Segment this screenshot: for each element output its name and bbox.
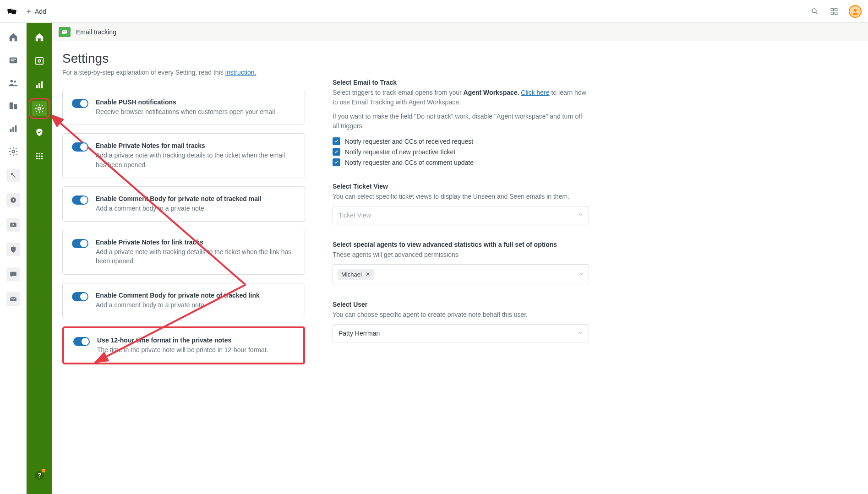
svg-point-35 xyxy=(36,155,38,157)
search-button[interactable] xyxy=(810,7,819,16)
toggle-link-notes[interactable] xyxy=(72,239,88,248)
toggle-12hour[interactable] xyxy=(73,337,90,346)
svg-line-3 xyxy=(816,12,818,14)
nav-stats[interactable] xyxy=(32,77,47,92)
svg-rect-11 xyxy=(11,60,14,61)
section-title: Select User xyxy=(333,301,589,308)
eye-frame-icon xyxy=(34,56,44,66)
card-desc: Add a comment body to a private note. xyxy=(96,204,295,213)
svg-point-19 xyxy=(12,150,15,153)
nav-security[interactable] xyxy=(32,125,47,140)
instruction-link[interactable]: instruction. xyxy=(225,69,257,76)
svg-text:?: ? xyxy=(38,472,42,479)
inbox-icon xyxy=(8,55,18,65)
grid-dots-icon xyxy=(34,151,44,161)
svg-point-36 xyxy=(38,155,40,157)
gear-icon xyxy=(8,147,18,157)
svg-rect-16 xyxy=(10,129,11,132)
nav-home[interactable] xyxy=(32,29,47,45)
svg-rect-25 xyxy=(10,297,16,301)
section-agents: Select special agents to view advanced s… xyxy=(333,241,589,284)
nav-help[interactable]: ? xyxy=(32,467,47,483)
svg-rect-26 xyxy=(36,58,44,65)
card-title: Enable Comment Body for private note of … xyxy=(96,292,295,299)
plus-icon xyxy=(26,8,32,15)
apps-button[interactable] xyxy=(830,7,839,16)
svg-line-21 xyxy=(13,175,15,177)
toggle-push[interactable] xyxy=(72,99,88,108)
chip-remove[interactable]: ✕ xyxy=(366,271,370,277)
rail-admin[interactable] xyxy=(7,146,19,157)
check-label: Notify requester and CCs of received req… xyxy=(345,138,473,145)
nav-preview[interactable] xyxy=(32,53,47,69)
rail-reports[interactable] xyxy=(7,123,19,135)
rail-chat[interactable] xyxy=(6,267,20,281)
brand-logo xyxy=(6,6,17,17)
subtitle-text: For a step-by-step explanation of every … xyxy=(62,69,225,76)
svg-rect-29 xyxy=(38,83,40,88)
toggle-link-comment[interactable] xyxy=(72,292,88,301)
svg-point-44 xyxy=(66,33,67,34)
user-select[interactable]: Patty Herrman xyxy=(333,324,589,342)
rail-video[interactable] xyxy=(6,218,20,232)
rail-customers[interactable] xyxy=(7,77,19,89)
toggle-mail-notes[interactable] xyxy=(72,142,88,152)
rail-mail[interactable] xyxy=(6,292,20,306)
svg-point-34 xyxy=(41,153,43,155)
shield-check-icon xyxy=(34,127,44,137)
svg-rect-10 xyxy=(11,59,16,60)
toggle-mail-comment[interactable] xyxy=(72,195,88,205)
checkbox-trigger-3[interactable] xyxy=(333,158,340,166)
clock-icon xyxy=(9,196,17,204)
svg-rect-1 xyxy=(11,9,16,14)
section-ticket-view: Select Ticket View You can select specif… xyxy=(333,183,589,224)
agent-chip: Michael ✕ xyxy=(338,269,374,280)
select-value: Patty Herrman xyxy=(338,330,380,337)
card-title: Enable Private Notes for mail tracks xyxy=(96,142,295,149)
section-title: Select Email to Track xyxy=(333,79,589,86)
check-row: Notify requester and CCs of comment upda… xyxy=(333,158,589,166)
card-title: Use 12-hour time format in the private n… xyxy=(97,337,294,344)
rail-timer[interactable] xyxy=(6,193,20,207)
app-nav-rail: ? xyxy=(27,23,52,494)
svg-rect-24 xyxy=(10,272,16,276)
building-icon xyxy=(8,101,18,111)
card-title: Enable Private Notes for link tracks xyxy=(96,239,295,246)
setting-card-12hour: Use 12-hour time format in the private n… xyxy=(62,326,305,364)
select-placeholder: Ticket View xyxy=(338,212,371,219)
svg-point-12 xyxy=(10,80,12,83)
chart-icon xyxy=(8,124,18,134)
agents-select[interactable]: Michael ✕ xyxy=(333,264,589,284)
add-label: Add xyxy=(35,8,46,15)
apps-icon xyxy=(830,7,838,16)
svg-point-40 xyxy=(41,158,43,160)
checkbox-trigger-2[interactable] xyxy=(333,148,340,156)
rail-spark[interactable] xyxy=(6,168,20,182)
setting-card-mail-comment: Enable Comment Body for private note of … xyxy=(62,186,305,222)
svg-rect-17 xyxy=(12,127,14,132)
rail-shield[interactable] xyxy=(6,243,20,256)
check-icon xyxy=(334,149,339,154)
svg-point-31 xyxy=(38,107,41,110)
svg-rect-9 xyxy=(9,58,17,64)
click-here-link[interactable]: Click here xyxy=(521,89,549,96)
nav-settings[interactable] xyxy=(32,101,47,116)
rail-org[interactable] xyxy=(7,100,19,112)
nav-more[interactable] xyxy=(32,148,47,164)
checkbox-trigger-1[interactable] xyxy=(333,137,340,145)
app-title: Email tracking xyxy=(76,28,116,36)
user-avatar[interactable] xyxy=(849,5,862,18)
product-rail xyxy=(0,23,27,494)
svg-point-39 xyxy=(38,158,40,160)
ticket-view-select[interactable]: Ticket View xyxy=(333,206,589,224)
svg-rect-7 xyxy=(835,12,837,14)
rail-home[interactable] xyxy=(7,31,19,43)
card-desc: Add a private note with tracking details… xyxy=(96,247,295,266)
setting-card-mail-notes: Enable Private Notes for mail tracks Add… xyxy=(62,133,305,178)
chevron-down-icon xyxy=(579,271,584,278)
rail-inbox[interactable] xyxy=(7,54,19,66)
section-user: Select User You can choose specific agen… xyxy=(333,301,589,342)
svg-point-33 xyxy=(38,153,40,155)
add-button[interactable]: Add xyxy=(26,8,46,15)
wand-icon xyxy=(9,171,17,179)
